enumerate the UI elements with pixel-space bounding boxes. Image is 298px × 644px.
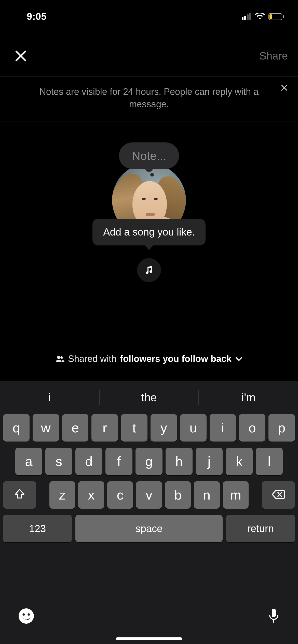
key-l[interactable]: l xyxy=(256,448,283,475)
svg-point-4 xyxy=(28,613,30,616)
keyboard: i the i'm q w e r t y u i o p a s d f g … xyxy=(0,381,298,644)
key-x[interactable]: x xyxy=(78,481,104,509)
key-k[interactable]: k xyxy=(226,448,253,475)
battery-icon xyxy=(268,13,284,20)
key-g[interactable]: g xyxy=(136,448,162,475)
key-v[interactable]: v xyxy=(136,481,162,509)
suggestion-bar: i the i'm xyxy=(0,381,298,414)
key-return[interactable]: return xyxy=(226,515,295,542)
key-y[interactable]: y xyxy=(151,414,177,442)
svg-point-3 xyxy=(23,613,25,616)
note-placeholder: Note... xyxy=(132,149,167,163)
key-t[interactable]: t xyxy=(121,414,147,442)
add-music-button[interactable] xyxy=(137,258,161,282)
info-banner-close-icon[interactable] xyxy=(280,84,288,92)
note-composer: Note... Add a song you like. xyxy=(0,142,298,331)
key-o[interactable]: o xyxy=(239,414,265,442)
share-button[interactable]: Share xyxy=(259,50,288,62)
key-d[interactable]: d xyxy=(75,448,102,475)
info-banner-text: Notes are visible for 24 hours. People c… xyxy=(31,86,267,110)
key-p[interactable]: p xyxy=(268,414,295,442)
status-time: 9:05 xyxy=(27,11,47,22)
key-r[interactable]: r xyxy=(91,414,118,442)
cellular-icon xyxy=(242,13,251,20)
key-a[interactable]: a xyxy=(15,448,42,475)
keyboard-bottom-row xyxy=(0,598,298,634)
shift-icon xyxy=(14,487,25,503)
microphone-icon xyxy=(267,607,280,625)
audience-prefix: Shared with xyxy=(68,354,116,364)
backspace-icon xyxy=(271,487,286,503)
note-input[interactable]: Note... xyxy=(119,142,179,169)
header: Share xyxy=(0,41,298,71)
status-bar: 9:05 xyxy=(0,0,298,28)
suggestion-3[interactable]: i'm xyxy=(199,391,298,404)
status-icons xyxy=(242,13,284,20)
info-banner: Notes are visible for 24 hours. People c… xyxy=(0,76,298,122)
key-j[interactable]: j xyxy=(196,448,223,475)
key-z[interactable]: z xyxy=(49,481,75,509)
svg-rect-5 xyxy=(272,609,276,617)
keyboard-row-1: q w e r t y u i o p xyxy=(0,414,298,442)
home-indicator[interactable] xyxy=(116,637,182,640)
key-backspace[interactable] xyxy=(262,481,295,509)
audience-selector[interactable]: Shared with followers you follow back xyxy=(0,354,298,364)
dictation-button[interactable] xyxy=(267,607,280,625)
keyboard-row-3: z x c v b n m xyxy=(0,481,298,509)
audience-value: followers you follow back xyxy=(120,354,232,364)
key-i[interactable]: i xyxy=(210,414,236,442)
suggestion-1[interactable]: i xyxy=(0,391,99,404)
key-f[interactable]: f xyxy=(105,448,132,475)
key-s[interactable]: s xyxy=(45,448,72,475)
key-b[interactable]: b xyxy=(165,481,191,509)
key-c[interactable]: c xyxy=(107,481,133,509)
svg-point-0 xyxy=(57,356,60,359)
emoji-icon xyxy=(18,608,35,624)
svg-point-1 xyxy=(60,356,63,359)
key-e[interactable]: e xyxy=(62,414,89,442)
svg-point-2 xyxy=(19,608,34,624)
text-caret xyxy=(131,150,131,163)
key-m[interactable]: m xyxy=(223,481,249,509)
chevron-down-icon xyxy=(235,356,243,361)
keyboard-row-4: 123 space return xyxy=(0,515,298,542)
add-song-tooltip: Add a song you like. xyxy=(92,219,206,245)
key-shift[interactable] xyxy=(3,481,36,509)
key-n[interactable]: n xyxy=(194,481,220,509)
key-space[interactable]: space xyxy=(75,515,223,542)
wifi-icon xyxy=(255,13,265,20)
emoji-button[interactable] xyxy=(18,608,35,624)
key-u[interactable]: u xyxy=(180,414,207,442)
key-q[interactable]: q xyxy=(3,414,30,442)
people-icon xyxy=(55,355,64,362)
music-note-icon xyxy=(143,265,155,276)
suggestion-2[interactable]: the xyxy=(100,391,199,404)
key-w[interactable]: w xyxy=(33,414,59,442)
close-button[interactable] xyxy=(13,48,29,64)
key-h[interactable]: h xyxy=(166,448,193,475)
key-numbers[interactable]: 123 xyxy=(3,515,72,542)
keyboard-row-2: a s d f g h j k l xyxy=(0,448,298,475)
